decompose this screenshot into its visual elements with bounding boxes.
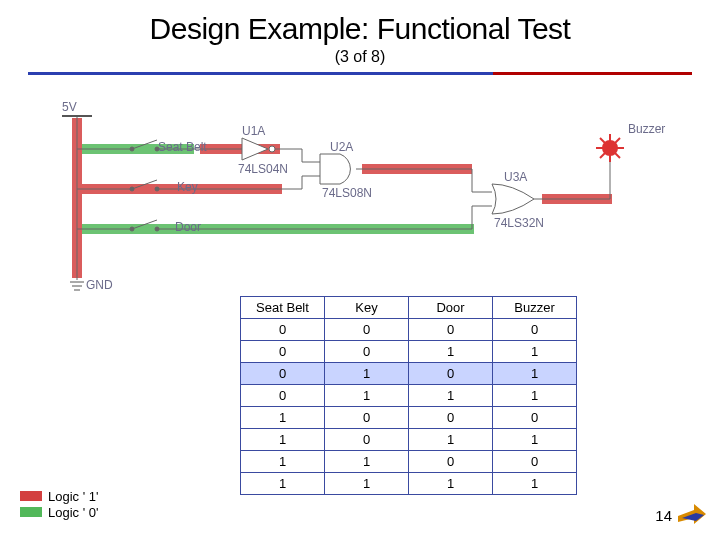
circuit-svg bbox=[42, 110, 682, 310]
page-number: 14 bbox=[655, 507, 672, 524]
legend-logic-1: Logic ' 1' bbox=[20, 488, 99, 504]
table-cell: 0 bbox=[241, 341, 325, 363]
label-u1a: U1A bbox=[242, 124, 265, 138]
col-seatbelt: Seat Belt bbox=[241, 297, 325, 319]
table-cell: 1 bbox=[409, 341, 493, 363]
svg-point-21 bbox=[155, 187, 159, 191]
table-row: 1111 bbox=[241, 473, 577, 495]
svg-point-26 bbox=[155, 227, 159, 231]
table-row: 0111 bbox=[241, 385, 577, 407]
table-cell: 1 bbox=[493, 473, 577, 495]
label-buzzer: Buzzer bbox=[628, 122, 665, 136]
table-cell: 0 bbox=[493, 407, 577, 429]
label-door: Door bbox=[175, 220, 201, 234]
label-gnd: GND bbox=[86, 278, 113, 292]
table-cell: 1 bbox=[241, 429, 325, 451]
svg-point-20 bbox=[130, 187, 134, 191]
svg-point-25 bbox=[130, 227, 134, 231]
table-cell: 1 bbox=[409, 429, 493, 451]
table-row: 1100 bbox=[241, 451, 577, 473]
table-cell: 0 bbox=[409, 363, 493, 385]
table-row: 1000 bbox=[241, 407, 577, 429]
label-u3a-part: 74LS32N bbox=[494, 216, 544, 230]
swatch-red-icon bbox=[20, 491, 42, 501]
table-cell: 0 bbox=[409, 451, 493, 473]
table-cell: 1 bbox=[493, 363, 577, 385]
table-cell: 0 bbox=[493, 451, 577, 473]
table-cell: 1 bbox=[409, 385, 493, 407]
table-cell: 1 bbox=[493, 429, 577, 451]
circuit-diagram: 5V Seat Belt Key Door U1A 74LS04N U2A 74… bbox=[42, 110, 682, 310]
label-u2a-part: 74LS08N bbox=[322, 186, 372, 200]
table-cell: 0 bbox=[325, 407, 409, 429]
table-cell: 1 bbox=[241, 473, 325, 495]
svg-point-27 bbox=[269, 146, 275, 152]
col-key: Key bbox=[325, 297, 409, 319]
table-cell: 0 bbox=[241, 363, 325, 385]
table-cell: 1 bbox=[325, 473, 409, 495]
table-cell: 1 bbox=[493, 385, 577, 407]
page-subtitle: (3 of 8) bbox=[0, 48, 720, 66]
swatch-green-icon bbox=[20, 507, 42, 517]
arrow-icon bbox=[676, 500, 706, 530]
table-header-row: Seat Belt Key Door Buzzer bbox=[241, 297, 577, 319]
table-cell: 0 bbox=[325, 341, 409, 363]
label-u2a: U2A bbox=[330, 140, 353, 154]
svg-marker-47 bbox=[678, 504, 706, 524]
table-cell: 1 bbox=[241, 451, 325, 473]
title-divider bbox=[28, 72, 692, 75]
truth-table: Seat Belt Key Door Buzzer 00000011010101… bbox=[240, 296, 577, 495]
table-cell: 0 bbox=[493, 319, 577, 341]
table-cell: 0 bbox=[325, 319, 409, 341]
table-row: 0000 bbox=[241, 319, 577, 341]
legend-label-0: Logic ' 0' bbox=[48, 505, 99, 520]
label-u3a: U3A bbox=[504, 170, 527, 184]
table-cell: 0 bbox=[241, 319, 325, 341]
table-cell: 1 bbox=[409, 473, 493, 495]
table-cell: 1 bbox=[493, 341, 577, 363]
table-row: 1011 bbox=[241, 429, 577, 451]
table-cell: 1 bbox=[325, 451, 409, 473]
buzzer-icon bbox=[596, 134, 624, 162]
legend-logic-0: Logic ' 0' bbox=[20, 504, 99, 520]
legend: Logic ' 1' Logic ' 0' bbox=[20, 488, 99, 520]
table-cell: 0 bbox=[409, 319, 493, 341]
table-cell: 1 bbox=[325, 363, 409, 385]
table-cell: 1 bbox=[325, 385, 409, 407]
table-cell: 0 bbox=[409, 407, 493, 429]
label-seatbelt: Seat Belt bbox=[158, 140, 207, 154]
legend-label-1: Logic ' 1' bbox=[48, 489, 99, 504]
table-row: 0101 bbox=[241, 363, 577, 385]
table-cell: 0 bbox=[241, 385, 325, 407]
page-title: Design Example: Functional Test bbox=[0, 0, 720, 46]
table-cell: 1 bbox=[241, 407, 325, 429]
table-row: 0011 bbox=[241, 341, 577, 363]
table-cell: 0 bbox=[325, 429, 409, 451]
label-u1a-part: 74LS04N bbox=[238, 162, 288, 176]
svg-point-15 bbox=[130, 147, 134, 151]
label-key: Key bbox=[177, 180, 198, 194]
label-5v: 5V bbox=[62, 100, 77, 114]
col-door: Door bbox=[409, 297, 493, 319]
col-buzzer: Buzzer bbox=[493, 297, 577, 319]
